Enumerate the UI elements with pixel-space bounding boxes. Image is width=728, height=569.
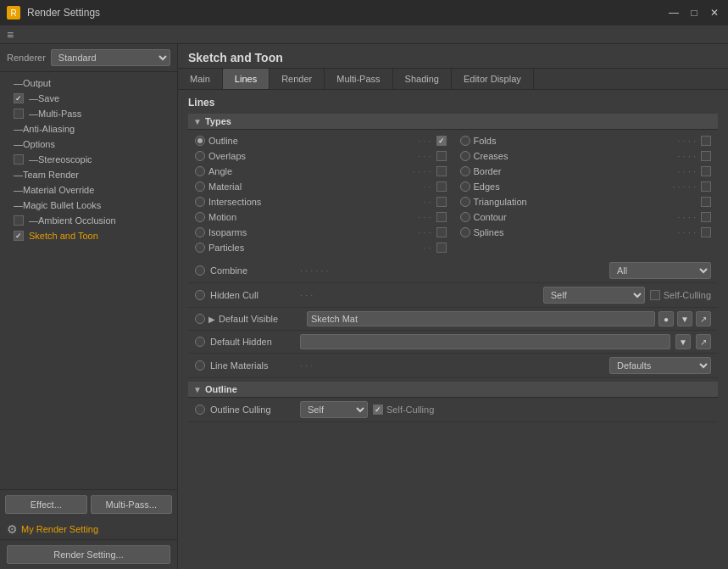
check-motion[interactable]	[436, 212, 447, 222]
close-button[interactable]: ✕	[708, 6, 721, 20]
radio-intersections[interactable]	[195, 197, 205, 207]
radio-default-visible[interactable]	[195, 314, 205, 324]
tab-multipass[interactable]: Multi-Pass	[325, 69, 392, 89]
radio-default-hidden[interactable]	[195, 337, 205, 347]
check-isoparms[interactable]	[436, 227, 447, 237]
label-particles: Particles	[208, 243, 418, 253]
check-contour[interactable]	[701, 212, 711, 222]
type-row-intersections[interactable]: Intersections · ·	[188, 194, 453, 209]
default-hidden-btn2[interactable]: ↗	[696, 334, 711, 349]
expand-arrow-default-visible[interactable]: ▶	[208, 315, 215, 324]
self-culling-label: Self-Culling	[664, 290, 711, 300]
type-row-folds[interactable]: Folds · · · ·	[453, 133, 719, 148]
radio-material[interactable]	[195, 181, 205, 192]
sidebar-label-magicbullet: —Magic Bullet Looks	[14, 200, 170, 210]
renderer-select[interactable]: Standard	[51, 49, 170, 66]
radio-angle[interactable]	[195, 166, 205, 176]
sidebar-item-multipass[interactable]: —Multi-Pass	[0, 106, 177, 121]
multipass-button[interactable]: Multi-Pass...	[91, 495, 173, 514]
sidebar-item-teamrender[interactable]: —Team Render	[0, 167, 177, 182]
check-creases[interactable]	[701, 151, 711, 161]
default-hidden-input[interactable]	[300, 334, 670, 349]
radio-motion[interactable]	[195, 212, 205, 222]
type-row-motion[interactable]: Motion · · ·	[188, 209, 453, 225]
check-overlaps[interactable]	[436, 151, 447, 161]
hidden-cull-select[interactable]: Self All None	[543, 287, 645, 304]
radio-outline-culling[interactable]	[195, 404, 205, 415]
type-row-triangulation[interactable]: Triangulation	[453, 194, 719, 209]
check-material[interactable]	[436, 181, 447, 192]
maximize-button[interactable]: □	[687, 6, 701, 20]
check-outline[interactable]: ✓	[436, 136, 447, 146]
check-folds[interactable]	[701, 136, 711, 146]
radio-edges[interactable]	[460, 181, 470, 192]
sidebar-item-stereoscopic[interactable]: —Stereoscopic	[0, 152, 177, 167]
sidebar-item-ambientocclusion[interactable]: —Ambient Occlusion	[0, 213, 177, 228]
check-particles[interactable]	[436, 243, 447, 253]
outline-self-culling-check[interactable]: ✓	[373, 404, 383, 415]
radio-particles[interactable]	[195, 243, 205, 253]
type-row-splines[interactable]: Splines · · · ·	[453, 225, 719, 240]
radio-contour[interactable]	[460, 212, 470, 222]
type-row-isoparms[interactable]: Isoparms · · ·	[188, 225, 453, 240]
default-visible-input[interactable]: Sketch Mat	[307, 311, 655, 326]
check-angle[interactable]	[436, 166, 447, 176]
type-row-material[interactable]: Material · ·	[188, 179, 453, 194]
render-setting-button[interactable]: Render Setting...	[7, 545, 170, 564]
radio-border[interactable]	[460, 166, 470, 176]
radio-folds[interactable]	[460, 136, 470, 146]
renderer-row: Renderer Standard	[0, 44, 177, 72]
dots-material: · ·	[423, 181, 431, 192]
check-border[interactable]	[701, 166, 711, 176]
sidebar-item-antialiasing[interactable]: —Anti-Aliasing	[0, 121, 177, 137]
radio-splines[interactable]	[460, 227, 470, 237]
default-visible-btn3[interactable]: ↗	[696, 311, 711, 326]
radio-combine[interactable]	[195, 265, 205, 276]
radio-overlaps[interactable]	[195, 151, 205, 161]
check-intersections[interactable]	[436, 197, 447, 207]
combine-dots: · · · · · ·	[300, 265, 604, 276]
sidebar-item-output[interactable]: —Output	[0, 75, 177, 91]
radio-triangulation[interactable]	[460, 197, 470, 207]
radio-creases[interactable]	[460, 151, 470, 161]
sidebar-item-options[interactable]: —Options	[0, 137, 177, 152]
types-header[interactable]: ▼ Types	[188, 114, 718, 130]
type-row-outline[interactable]: Outline · · · ✓	[188, 133, 453, 148]
render-setting-row[interactable]: ⚙ My Render Setting	[0, 519, 177, 539]
self-culling-check[interactable]	[650, 290, 660, 300]
radio-outline[interactable]	[195, 136, 205, 146]
title-bar: R Render Settings — □ ✕	[0, 0, 728, 25]
default-visible-btn2[interactable]: ▼	[677, 311, 692, 326]
check-triangulation[interactable]	[701, 197, 711, 207]
sidebar-item-magicbullet[interactable]: —Magic Bullet Looks	[0, 198, 177, 213]
tab-editordisplay[interactable]: Editor Display	[452, 69, 534, 89]
tab-main[interactable]: Main	[178, 69, 223, 89]
default-visible-btn1[interactable]: ●	[659, 311, 674, 326]
type-row-overlaps[interactable]: Overlaps · · ·	[188, 148, 453, 164]
type-row-border[interactable]: Border · · · ·	[453, 164, 719, 179]
check-edges[interactable]	[701, 181, 711, 192]
combine-select[interactable]: All Outline Only No Outline	[609, 262, 711, 279]
minimize-button[interactable]: —	[667, 6, 681, 20]
default-hidden-btn1[interactable]: ▼	[675, 334, 691, 349]
tab-render[interactable]: Render	[270, 69, 325, 89]
hamburger-icon[interactable]: ≡	[3, 28, 17, 42]
sidebar-item-save[interactable]: ✓ —Save	[0, 91, 177, 106]
sidebar-item-sketchandtoon[interactable]: ✓ Sketch and Toon	[0, 228, 177, 243]
type-row-contour[interactable]: Contour · · · ·	[453, 209, 719, 225]
type-row-angle[interactable]: Angle · · · ·	[188, 164, 453, 179]
type-row-creases[interactable]: Creases · · · ·	[453, 148, 719, 164]
tab-lines[interactable]: Lines	[223, 69, 270, 89]
outline-culling-select[interactable]: Self All None	[300, 401, 368, 418]
type-row-particles[interactable]: Particles · ·	[188, 240, 453, 255]
line-materials-select[interactable]: Defaults Custom	[609, 357, 711, 374]
radio-hidden-cull[interactable]	[195, 290, 205, 300]
radio-isoparms[interactable]	[195, 227, 205, 237]
sidebar-item-materialoverride[interactable]: —Material Override	[0, 182, 177, 198]
check-splines[interactable]	[701, 227, 711, 237]
tab-shading[interactable]: Shading	[393, 69, 452, 89]
effect-button[interactable]: Effect...	[5, 495, 87, 514]
type-row-edges[interactable]: Edges · · · · ·	[453, 179, 719, 194]
outline-header[interactable]: ▼ Outline	[188, 382, 718, 398]
radio-line-materials[interactable]	[195, 360, 205, 371]
